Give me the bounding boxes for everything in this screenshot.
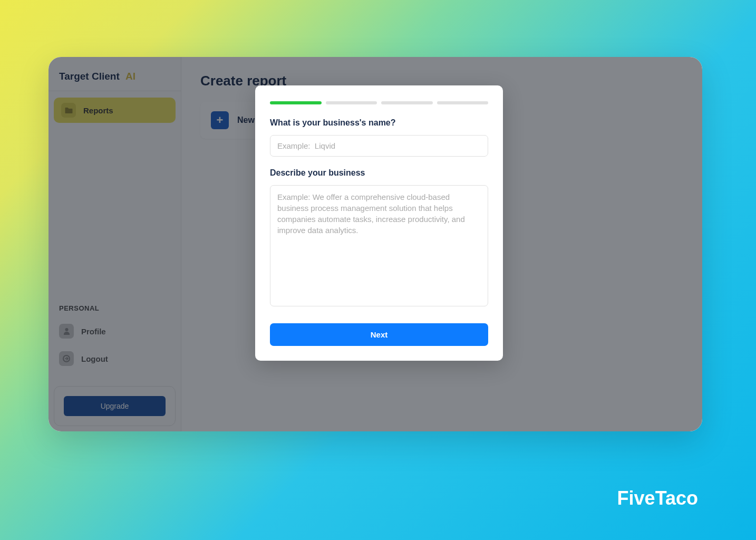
progress-step-2	[326, 101, 377, 104]
business-description-textarea[interactable]	[270, 185, 488, 306]
progress-step-1	[270, 101, 322, 104]
business-name-label: What is your business's name?	[270, 118, 488, 128]
progress-bar	[270, 101, 488, 104]
create-report-modal: What is your business's name? Describe y…	[255, 85, 503, 361]
business-description-label: Describe your business	[270, 168, 488, 178]
progress-step-3	[381, 101, 433, 104]
next-button[interactable]: Next	[270, 323, 488, 346]
business-name-input[interactable]	[270, 135, 488, 157]
watermark: FiveTaco	[617, 487, 698, 509]
progress-step-4	[437, 101, 489, 104]
